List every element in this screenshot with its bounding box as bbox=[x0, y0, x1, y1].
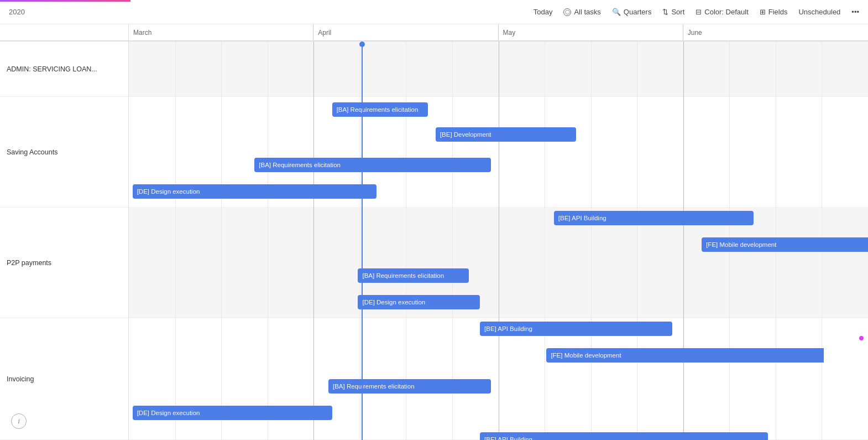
row-bg-invoicing bbox=[129, 318, 868, 440]
bar-saving-fe-label: [FE] Mobile development bbox=[706, 241, 776, 248]
more-icon: ••• bbox=[851, 8, 859, 16]
circle-icon: ◯ bbox=[563, 8, 571, 16]
color-button[interactable]: ⊟ Color: Default bbox=[696, 8, 748, 16]
bar-p2p-de[interactable]: [DE] Design execution bbox=[358, 295, 480, 309]
month-june: June bbox=[683, 24, 868, 40]
bar-p2p-fe-label: [FE] Mobile development bbox=[551, 352, 621, 359]
month-march: March bbox=[129, 24, 313, 40]
gantt-container: March April May June ADMIN: SERVICING LO… bbox=[0, 24, 868, 440]
row-label-p2p: P2P payments bbox=[0, 208, 128, 318]
bar-p2p-fe[interactable]: [FE] Mobile development bbox=[546, 348, 823, 363]
label-header-spacer bbox=[0, 24, 129, 40]
bar-inv-ba-label: [BA] Requirements elicitation bbox=[333, 383, 415, 390]
bar-saving-de-label: [DE] Design execution bbox=[137, 188, 200, 195]
timeline-grid: [BA] Requirements elicitation [BE] Devel… bbox=[129, 42, 868, 440]
progress-bar bbox=[0, 0, 130, 2]
bar-inv-be-label: [BE] API Building bbox=[484, 436, 532, 440]
bar-saving-fe[interactable]: [FE] Mobile development bbox=[702, 237, 868, 252]
bar-p2p-ba[interactable]: [BA] Requirements elicitation bbox=[358, 268, 469, 283]
quarters-label: Quarters bbox=[624, 8, 652, 16]
row-bg-admin bbox=[129, 42, 868, 97]
sort-label: Sort bbox=[671, 8, 684, 16]
more-button[interactable]: ••• bbox=[851, 8, 859, 16]
bar-saving-be[interactable]: [BE] API Building bbox=[554, 211, 754, 225]
row-label-admin: ADMIN: SERVICING LOAN... bbox=[0, 42, 128, 97]
color-icon: ⊟ bbox=[696, 8, 702, 16]
bar-p2p-be-label: [BE] API Building bbox=[484, 325, 532, 332]
gantt-header: March April May June bbox=[0, 24, 868, 42]
top-bar: 2020 Today ◯ All tasks 🔍 Quarters ⇅ Sort… bbox=[0, 0, 868, 24]
fields-label: Fields bbox=[768, 8, 788, 16]
quarters-button[interactable]: 🔍 Quarters bbox=[612, 8, 652, 16]
toolbar-right: Today ◯ All tasks 🔍 Quarters ⇅ Sort ⊟ Co… bbox=[534, 8, 859, 16]
color-label: Color: Default bbox=[704, 8, 748, 16]
info-symbol: i bbox=[18, 417, 20, 426]
bar-inv-de[interactable]: [DE] Design execution bbox=[133, 406, 332, 420]
month-may: May bbox=[499, 24, 683, 40]
month-april: April bbox=[313, 24, 498, 40]
timeline-header: March April May June bbox=[129, 24, 868, 40]
bar-p2p-be[interactable]: [BE] API Building bbox=[480, 322, 672, 336]
bar-saving-ba[interactable]: [BA] Requirements elicitation bbox=[254, 158, 491, 172]
all-tasks-label: All tasks bbox=[574, 8, 600, 16]
today-label: Today bbox=[534, 8, 553, 16]
fields-button[interactable]: ⊞ Fields bbox=[760, 8, 788, 16]
row-label-saving: Saving Accounts bbox=[0, 97, 128, 208]
all-tasks-button[interactable]: ◯ All tasks bbox=[563, 8, 600, 16]
today-button[interactable]: Today bbox=[534, 8, 553, 16]
sort-button[interactable]: ⇅ Sort bbox=[662, 8, 684, 16]
today-line bbox=[362, 42, 363, 440]
sort-icon: ⇅ bbox=[662, 8, 668, 16]
year-label: 2020 bbox=[9, 8, 25, 16]
bar-saving-ba-label: [BA] Requirements elicitation bbox=[259, 162, 341, 168]
bar-inv-de-label: [DE] Design execution bbox=[137, 410, 200, 416]
unscheduled-label: Unscheduled bbox=[798, 8, 840, 16]
bar-admin-ba[interactable]: [BA] Requirements elicitation bbox=[332, 102, 428, 117]
bar-admin-be[interactable]: [BE] Development bbox=[436, 127, 576, 142]
scroll-hint bbox=[859, 336, 864, 340]
scroll-dot-1 bbox=[859, 336, 864, 340]
bar-inv-be[interactable]: [BE] API Building bbox=[480, 432, 768, 440]
bar-inv-ba[interactable]: [BA] Requirements elicitation bbox=[328, 379, 491, 394]
bar-admin-be-label: [BE] Development bbox=[440, 131, 491, 138]
bar-p2p-de-label: [DE] Design execution bbox=[362, 299, 425, 306]
row-labels: ADMIN: SERVICING LOAN... Saving Accounts… bbox=[0, 42, 129, 440]
info-icon[interactable]: i bbox=[11, 413, 27, 429]
bar-admin-ba-label: [BA] Requirements elicitation bbox=[337, 106, 419, 113]
bar-p2p-ba-label: [BA] Requirements elicitation bbox=[362, 272, 444, 279]
search-icon: 🔍 bbox=[612, 8, 621, 16]
row-bg-p2p bbox=[129, 208, 868, 318]
bar-saving-be-label: [BE] API Building bbox=[558, 215, 606, 221]
unscheduled-button[interactable]: Unscheduled bbox=[798, 8, 840, 16]
bar-saving-de[interactable]: [DE] Design execution bbox=[133, 184, 377, 199]
gantt-body: ADMIN: SERVICING LOAN... Saving Accounts… bbox=[0, 42, 868, 440]
fields-icon: ⊞ bbox=[760, 8, 766, 16]
